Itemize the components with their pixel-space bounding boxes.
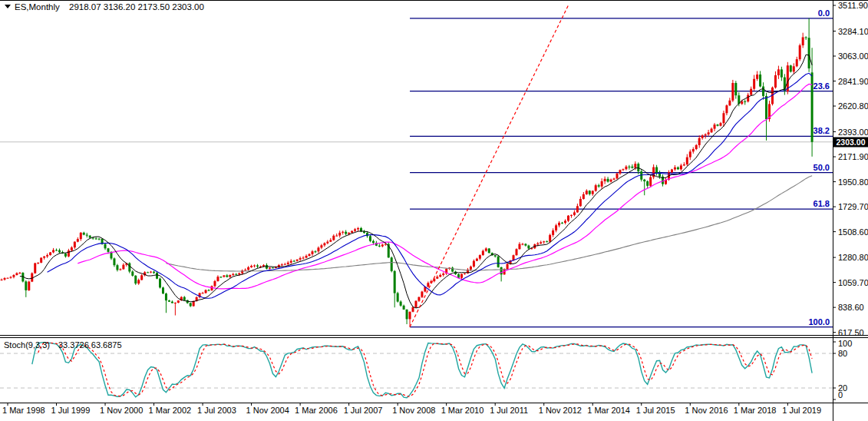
chart-window: 0.023.638.250.061.8100.0 3511.903284.103… — [0, 0, 868, 421]
indicator-label: Stoch(9,3,3) — [4, 340, 50, 350]
candle-body — [750, 89, 752, 95]
candle-body — [46, 255, 48, 257]
candle-body — [18, 273, 21, 273]
fib-label-38.2: 38.2 — [814, 126, 830, 135]
candle-body — [649, 177, 652, 186]
fib-label-61.8: 61.8 — [814, 199, 830, 208]
candle-body — [309, 254, 311, 256]
candle-body — [171, 302, 173, 303]
candle-body — [613, 178, 616, 179]
candle-body — [616, 174, 619, 179]
candle-body — [345, 232, 347, 234]
candle-body — [338, 233, 341, 236]
candle-body — [536, 244, 539, 244]
indicator-values: 33.3726 63.6875 — [58, 340, 122, 350]
candle-body — [734, 83, 737, 95]
candle-body — [436, 277, 438, 278]
candle-body — [134, 276, 137, 283]
candle-body — [381, 244, 384, 246]
candle-body — [500, 267, 503, 274]
candle-body — [717, 124, 719, 126]
candle-body — [677, 167, 679, 169]
candle-body — [165, 293, 167, 300]
candle-body — [692, 149, 695, 151]
candle-body — [131, 271, 134, 275]
candle-body — [558, 223, 560, 225]
candle-body — [643, 180, 645, 181]
candle-body — [177, 300, 180, 303]
candle-body — [583, 194, 585, 199]
candle-body — [601, 181, 603, 187]
candle-body — [470, 267, 472, 270]
candle-body — [708, 132, 710, 134]
candle-body — [28, 282, 30, 290]
candle-body — [253, 266, 256, 267]
candle-body — [216, 277, 219, 281]
candle-body — [414, 301, 417, 307]
candle-body — [711, 129, 713, 133]
candle-body — [137, 280, 140, 283]
candle-body — [725, 105, 728, 113]
candle-body — [573, 212, 576, 214]
candle-body — [287, 263, 289, 264]
candle-body — [348, 233, 350, 234]
candle-body — [515, 249, 517, 255]
candle-body — [357, 228, 359, 229]
candle-body — [272, 267, 274, 268]
time-axis[interactable] — [0, 403, 833, 421]
price-axis[interactable] — [833, 0, 868, 403]
candle-body — [77, 239, 79, 241]
candle-body — [190, 303, 192, 306]
candle-body — [15, 273, 18, 275]
current-price-value: 2303.00 — [837, 138, 866, 147]
candle-body — [89, 236, 91, 238]
candle-body — [564, 220, 566, 223]
candle-body — [378, 246, 381, 247]
candle-body — [37, 263, 39, 264]
candle-body — [610, 180, 612, 182]
candle-body — [689, 151, 691, 157]
candle-body — [49, 252, 51, 255]
candle-body — [302, 257, 305, 258]
candle-body — [202, 293, 204, 293]
candle-body — [488, 248, 490, 253]
candle-body — [460, 274, 463, 278]
candle-body — [98, 239, 101, 240]
candle-body — [369, 236, 371, 240]
candle-body — [680, 165, 682, 169]
candle-body — [698, 138, 701, 145]
fib-label-23.6: 23.6 — [814, 81, 830, 91]
indicator-plot-area[interactable] — [0, 339, 833, 403]
candle-body — [232, 274, 234, 275]
candle-body — [592, 191, 594, 194]
candle-body — [412, 307, 414, 312]
candle-body — [604, 179, 606, 181]
candle-body — [790, 65, 792, 71]
candle-body — [400, 302, 402, 306]
candle-body — [808, 38, 810, 68]
candle-body — [579, 199, 582, 206]
candle-body — [546, 241, 548, 242]
candle-body — [802, 37, 804, 45]
candle-body — [671, 170, 673, 173]
candle-body — [140, 275, 143, 280]
candle-body — [473, 261, 475, 267]
candle-body — [570, 215, 573, 216]
candle-body — [521, 244, 523, 245]
candle-body — [728, 101, 731, 105]
candle-body — [335, 236, 338, 237]
candle-body — [403, 306, 405, 310]
candle-body — [589, 191, 591, 194]
candle-body — [805, 37, 807, 38]
candle-body — [549, 235, 551, 242]
candle-body — [244, 270, 246, 270]
candle-body — [107, 248, 110, 252]
candle-body — [153, 272, 155, 273]
candle-body — [607, 179, 609, 182]
candle-body — [354, 229, 356, 230]
candle-body — [753, 79, 755, 89]
candle-body — [25, 281, 27, 290]
candle-body — [305, 256, 308, 257]
candle-body — [250, 266, 252, 267]
candle-body — [12, 275, 15, 277]
